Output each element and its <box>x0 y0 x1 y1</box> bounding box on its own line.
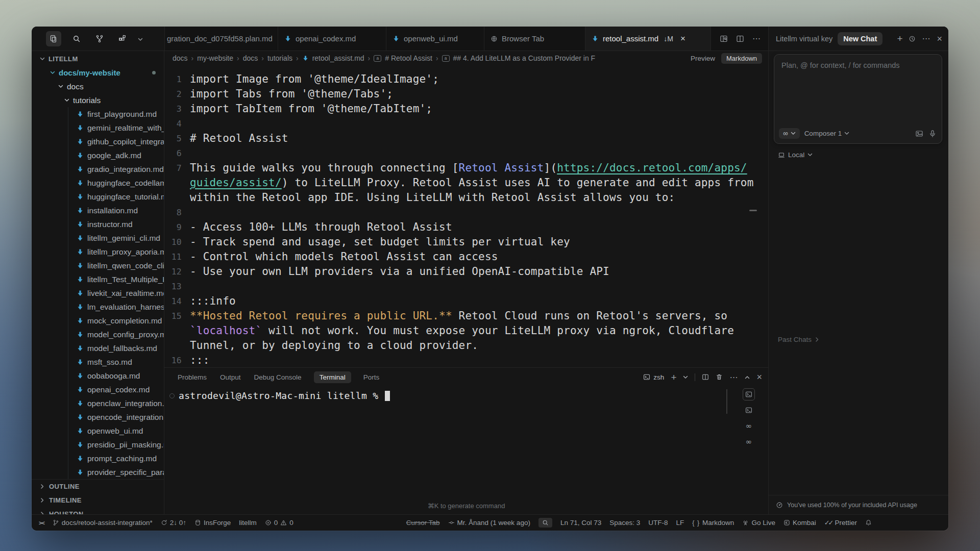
file-item[interactable]: oobabooga.md <box>32 369 164 383</box>
indentation-status[interactable]: Spaces: 3 <box>609 519 640 527</box>
close-panel-icon[interactable]: × <box>756 372 762 382</box>
go-live-button[interactable]: Go Live <box>742 519 775 527</box>
tab-browser-tab[interactable]: Browser Tab <box>484 27 585 51</box>
open-preview-icon[interactable] <box>720 35 728 43</box>
chat-composer[interactable]: Plan, @ for context, / for commands ∞ Co… <box>774 54 942 144</box>
file-item[interactable]: litellm_proxy_aporia.md <box>32 245 164 259</box>
kombai-button[interactable]: Kombai <box>783 519 816 527</box>
tab-output[interactable]: Output <box>219 371 242 383</box>
git-sync-status[interactable]: 2↓ 0↑ <box>161 519 186 527</box>
prettier-status[interactable]: ✓✓ Prettier <box>824 519 857 527</box>
tab-openai-codex[interactable]: openai_codex.md <box>278 27 386 51</box>
breadcrumb-item[interactable]: docs <box>173 54 188 62</box>
tab-ports[interactable]: Ports <box>362 371 381 383</box>
activity-overflow-chevron-icon[interactable] <box>138 34 143 43</box>
chat-more-icon[interactable]: ⋯ <box>922 34 930 43</box>
problems-status[interactable]: 0 0 <box>265 519 293 527</box>
kill-terminal-icon[interactable] <box>716 373 723 381</box>
tab-debug-console[interactable]: Debug Console <box>253 371 303 383</box>
tab-terminal[interactable]: Terminal <box>314 371 351 383</box>
chat-tab-previous[interactable]: Litellm virtual key <box>776 35 832 43</box>
terminal-instance-active[interactable] <box>743 388 755 400</box>
breadcrumb-symbol[interactable]: # Retool Assist <box>385 54 432 62</box>
language-mode-status[interactable]: { } Markdown <box>692 519 734 527</box>
sidebar-section[interactable]: TIMELINE <box>32 493 164 507</box>
source-control-icon[interactable] <box>92 31 107 46</box>
git-blame-status[interactable]: Mr. Ånand (1 week ago) <box>448 519 530 527</box>
terminal-instance[interactable] <box>743 404 755 416</box>
file-item[interactable]: instructor.md <box>32 217 164 231</box>
extensions-icon[interactable] <box>115 31 130 46</box>
file-item[interactable]: huggingface_tutorial.md <box>32 190 164 204</box>
breadcrumb-symbol[interactable]: ## 4. Add LiteLLM as a Custom Provider i… <box>453 54 596 62</box>
file-item[interactable]: livekit_xai_realtime.md <box>32 286 164 300</box>
remote-indicator[interactable]: >< <box>39 520 44 526</box>
past-chats-section[interactable]: Past Chats <box>778 336 820 343</box>
editor-more-actions-icon[interactable]: ⋯ <box>752 34 761 43</box>
maximize-panel-chevron-icon[interactable] <box>745 375 750 379</box>
file-item[interactable]: opencode_integration.md <box>32 410 164 424</box>
sidebar-section[interactable]: HOUSTON <box>32 507 164 514</box>
file-item[interactable]: model_config_proxy.md <box>32 328 164 341</box>
file-item[interactable]: mock_completion.md <box>32 314 164 328</box>
file-item[interactable]: github_copilot_integrati... <box>32 135 164 148</box>
notifications-bell[interactable] <box>865 519 872 526</box>
breadcrumb-item[interactable]: my-website <box>197 54 233 62</box>
folder-tutorials[interactable]: tutorials <box>32 93 164 107</box>
cursor-tab-toggle[interactable]: Cursor Tab <box>406 519 440 527</box>
model-selector[interactable]: Composer 1 <box>804 130 850 137</box>
file-item[interactable]: huggingface_codellama... <box>32 176 164 190</box>
eol-status[interactable]: LF <box>676 519 684 527</box>
file-item[interactable]: first_playground.md <box>32 107 164 121</box>
tab-plan-md[interactable]: gration_doc_d075fd58.plan.md <box>165 27 278 51</box>
insforge-status[interactable]: InsForge <box>194 519 231 527</box>
breadcrumb-item[interactable]: tutorials <box>267 54 292 62</box>
file-item[interactable]: lm_evaluation_harness_... <box>32 300 164 314</box>
scrollbar-marker[interactable] <box>749 210 757 211</box>
agent-terminal[interactable]: ∞ <box>743 420 755 432</box>
search-icon[interactable] <box>69 31 84 46</box>
chat-history-icon[interactable] <box>909 35 916 42</box>
chat-close-icon[interactable]: × <box>937 34 942 43</box>
voice-input-icon[interactable] <box>928 130 937 138</box>
file-item[interactable]: openai_codex.md <box>32 383 164 396</box>
panel-more-icon[interactable]: ⋯ <box>729 372 738 382</box>
explorer-icon[interactable] <box>46 31 61 46</box>
workspace-status[interactable]: litellm <box>239 519 257 527</box>
cursor-position-status[interactable]: Ln 71, Col 73 <box>560 519 601 527</box>
split-editor-icon[interactable] <box>736 35 744 43</box>
markdown-mode-button[interactable]: Markdown <box>721 53 762 64</box>
split-terminal-icon[interactable] <box>702 373 709 381</box>
file-item[interactable]: openweb_ui.md <box>32 424 164 438</box>
tab-problems[interactable]: Problems <box>177 371 208 383</box>
context-selector[interactable]: Local <box>778 151 813 159</box>
file-item[interactable]: litellm_qwen_code_cli.md <box>32 259 164 272</box>
tab-retool-assist[interactable]: retool_assist.md ↓M × <box>585 27 711 51</box>
file-item[interactable]: litellm_gemini_cli.md <box>32 231 164 245</box>
breadcrumb-file[interactable]: retool_assist.md <box>312 54 364 62</box>
folder-my-website[interactable]: docs/my-website <box>32 66 164 80</box>
file-item[interactable]: google_adk.md <box>32 148 164 162</box>
file-item[interactable]: msft_sso.md <box>32 355 164 369</box>
encoding-status[interactable]: UTF-8 <box>648 519 668 527</box>
agent-mode-selector[interactable]: ∞ <box>779 128 800 139</box>
file-item[interactable]: model_fallbacks.md <box>32 341 164 355</box>
file-item[interactable]: gradio_integration.md <box>32 162 164 176</box>
code-editor[interactable]: 1import Image from '@theme/IdealImage';2… <box>164 65 768 367</box>
file-item[interactable]: openclaw_integration.md <box>32 396 164 410</box>
file-item[interactable]: provider_specific_para... <box>32 465 164 479</box>
launch-profile-button[interactable]: zsh <box>643 373 664 381</box>
file-item[interactable]: prompt_caching.md <box>32 452 164 465</box>
tab-openweb-ui[interactable]: openweb_ui.md <box>386 27 484 51</box>
terminal-output[interactable]: astrodevil@Astro-Mac-mini litellm % <box>164 386 768 401</box>
tab-close-icon[interactable]: × <box>680 34 685 43</box>
explorer-root[interactable]: LITELLM <box>32 52 164 66</box>
new-terminal-icon[interactable]: + <box>671 372 676 382</box>
search-status-button[interactable] <box>538 518 552 528</box>
file-item[interactable]: litellm_Test_Multiple_Pr... <box>32 272 164 286</box>
agent-terminal[interactable]: ∞ <box>743 436 755 448</box>
folder-docs[interactable]: docs <box>32 80 164 93</box>
chat-tab-new[interactable]: New Chat <box>838 32 883 45</box>
file-item[interactable]: installation.md <box>32 204 164 217</box>
git-branch-status[interactable]: docs/retool-assist-integration* <box>53 519 153 527</box>
